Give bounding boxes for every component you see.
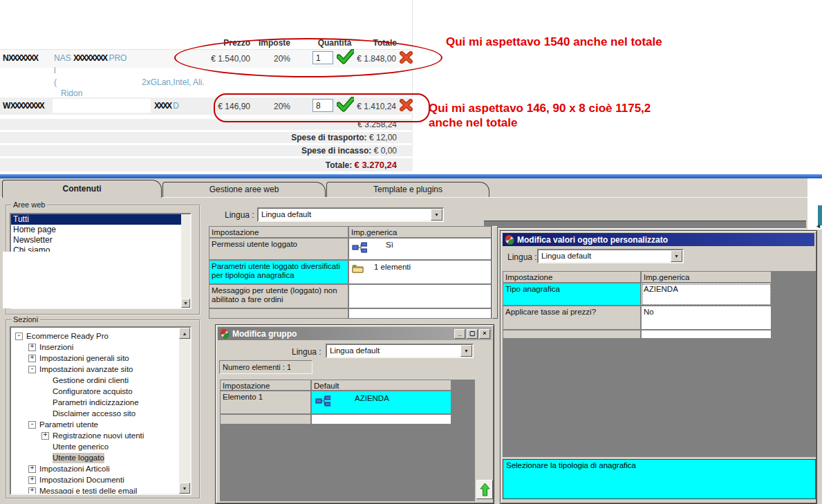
background-panel-strip [484, 221, 806, 229]
grand-total-row: Totale: € 3.270,24 [0, 158, 413, 171]
tree-expander[interactable]: - [28, 421, 36, 429]
tree-expander[interactable]: + [41, 432, 49, 440]
setting-value-permessi[interactable]: Sì [349, 239, 492, 260]
tree-item-disclaimer-accesso-sito[interactable]: Disclaimer accesso sito [11, 408, 190, 419]
list-item-home-page[interactable]: Home page [11, 225, 181, 235]
subtotal-row: € 3.258,24 [0, 119, 413, 130]
tree-item-utente-loggato[interactable]: Utente loggato [11, 452, 190, 463]
scroll-left-icon[interactable]: ◄ [815, 223, 821, 230]
settings-scrollbar[interactable] [492, 226, 498, 319]
tab-gestione-aree-web[interactable]: Gestione aree web [162, 182, 326, 198]
tab-contenuti[interactable]: Contenuti [2, 180, 162, 198]
dropdown-arrow-icon[interactable]: ▼ [431, 209, 442, 221]
item2-name: XXXX D [154, 101, 179, 111]
tree-expander[interactable]: - [15, 333, 23, 340]
item1-desc-line4: Ridon [61, 88, 82, 98]
valori-name-applicare-tasse[interactable]: Applicare tasse ai prezzi? [503, 306, 641, 330]
hierarchy-icon [315, 395, 330, 407]
lingua-dropdown[interactable]: Lingua default ▼ [257, 207, 444, 222]
tree-item-inserzioni[interactable]: + Inserzioni [11, 342, 190, 353]
valori-lingua-dropdown[interactable]: Lingua default ▼ [537, 249, 684, 263]
dropdown-arrow-icon[interactable]: ▼ [460, 345, 472, 357]
item2-price: € 146,90 [207, 102, 250, 111]
setting-value-parametri-diversificati[interactable]: 1 elementi [349, 261, 492, 284]
annotation-note2-line2: anche nel totale [429, 115, 651, 130]
folder-icon [352, 263, 364, 273]
col-quantita: Quantità [312, 38, 357, 48]
tree-item-ecommerce-ready-pro[interactable]: - Ecommerce Ready Pro [11, 330, 190, 342]
close-button[interactable]: × [479, 329, 490, 339]
sezioni-scrollbar[interactable]: ▲ ▼ [179, 328, 190, 494]
item2-confirm-check-icon[interactable] [337, 97, 354, 112]
tree-item-messaggi-e-testi-delle-email[interactable]: + Messaggi e testi delle email [11, 485, 190, 495]
item1-confirm-check-icon[interactable] [337, 49, 354, 64]
valori-value-applicare-tasse[interactable]: No [642, 306, 772, 330]
item1-qty-input[interactable] [312, 51, 333, 64]
item2-code: W XXXXXXXX [3, 101, 44, 111]
valori-value-tipo-anagrafica[interactable]: AZIENDA [642, 283, 772, 306]
move-up-button[interactable] [476, 480, 493, 499]
dialog-title: Modifica gruppo [232, 329, 297, 339]
tree-expander[interactable]: + [28, 487, 36, 495]
app-icon [505, 235, 514, 245]
list-item-tutti[interactable]: Tutti [11, 214, 181, 225]
tab-template-e-plugins[interactable]: Template e plugins [326, 182, 489, 198]
gruppo-lingua-dropdown[interactable]: Lingua default ▼ [326, 344, 474, 358]
sezioni-tree[interactable]: - Ecommerce Ready Pro + Inserzioni + Imp… [10, 326, 192, 495]
item1-price: € 1.540,00 [207, 54, 250, 64]
minimize-button[interactable]: _ [454, 329, 465, 339]
valori-empty-name [503, 330, 641, 339]
item1-delete-icon[interactable] [400, 51, 413, 64]
tree-item-utente-generico[interactable]: Utente generico [11, 441, 190, 452]
list-item-newsletter[interactable]: Newsletter [11, 235, 181, 245]
tree-item-impostazioni-articoli[interactable]: + Impostazioni Articoli [11, 463, 190, 474]
grand-total-label: Totale: [326, 160, 352, 170]
scroll-down-button[interactable]: ▼ [181, 299, 190, 308]
tree-expander[interactable]: + [28, 476, 36, 484]
setting-name-parametri-diversificati[interactable]: Parametri utente loggato diversificati p… [209, 261, 348, 284]
anonymized-area [53, 99, 151, 113]
valori-header-impostazione: Impostazione [503, 272, 641, 283]
tree-item-impostazioni-documenti[interactable]: + Impostazioni Documenti [11, 474, 190, 485]
valori-hint-message: Selezionare la tipologia di anagrafica [503, 459, 816, 499]
tree-expander[interactable]: + [28, 344, 36, 351]
aree-web-scrollbar[interactable]: ▼ [181, 214, 190, 308]
maximize-button[interactable]: ▢ [467, 329, 478, 339]
screen: Riepilogo Carrello Prezzo Imposte Quanti… [0, 0, 822, 504]
tree-item-configuratore-acquisto[interactable]: Configuratore acquisto [11, 386, 190, 397]
item2-name-suffix: D [173, 101, 179, 111]
setting-name-permessi[interactable]: Permessi utente loggato [209, 239, 348, 260]
tree-expander[interactable]: + [28, 465, 36, 473]
tree-expander[interactable]: + [28, 355, 36, 362]
scroll-up-button[interactable]: ▲ [179, 328, 190, 339]
annotation-note2: Qui mi aspettavo 146, 90 x 8 cioè 1175,2… [429, 101, 651, 130]
modifica-gruppo-titlebar[interactable]: Modifica gruppo _ ▢ × [218, 327, 492, 340]
tree-item-parametri-utente[interactable]: - Parametri utente [11, 419, 190, 430]
gruppo-row-name[interactable]: Elemento 1 [221, 391, 311, 414]
scroll-down-button[interactable]: ▼ [179, 483, 190, 494]
modifica-valori-titlebar[interactable]: Modifica valori oggetto personalizzato [503, 233, 814, 246]
setting-empty-name [209, 309, 348, 319]
dropdown-arrow-icon[interactable]: ▼ [671, 250, 682, 262]
gruppo-row-value[interactable]: AZIENDA [312, 391, 451, 414]
anonymized-area [3, 252, 180, 308]
settings-table: Impostazione Imp.generica Permessi utent… [209, 226, 492, 319]
tree-expander[interactable]: - [28, 366, 36, 373]
tree-item-impostazioni-avanzate-sito[interactable]: - Impostazioni avanzate sito [11, 364, 190, 375]
gruppo-empty-name [221, 415, 311, 424]
lingua-label: Lingua : [507, 252, 537, 262]
item1-total: € 1.848,00 [355, 54, 396, 64]
item2-delete-icon[interactable] [400, 99, 413, 111]
tree-item-gestione-ordini-clienti[interactable]: Gestione ordini clienti [11, 375, 190, 386]
setting-name-messaggio-utente[interactable]: Messaggio per utente (loggato) non abili… [209, 285, 348, 308]
app-icon [220, 329, 230, 339]
setting-value-messaggio-utente[interactable] [349, 285, 492, 308]
tree-item-registrazione-nuovi-utenti[interactable]: + Registrazione nuovi utenti [11, 430, 190, 441]
item2-qty-input[interactable] [312, 99, 333, 112]
tree-item-impostazioni-generali-sito[interactable]: + Impostazioni generali sito [11, 353, 190, 364]
col-imposte: Imposte [254, 38, 290, 48]
valori-name-tipo-anagrafica[interactable]: Tipo anagrafica [503, 283, 641, 306]
lingua-label: Lingua : [292, 347, 321, 357]
gruppo-header-default: Default [312, 380, 451, 391]
tree-item-parametri-indicizzazione[interactable]: Parametri indicizzazione [11, 397, 190, 408]
